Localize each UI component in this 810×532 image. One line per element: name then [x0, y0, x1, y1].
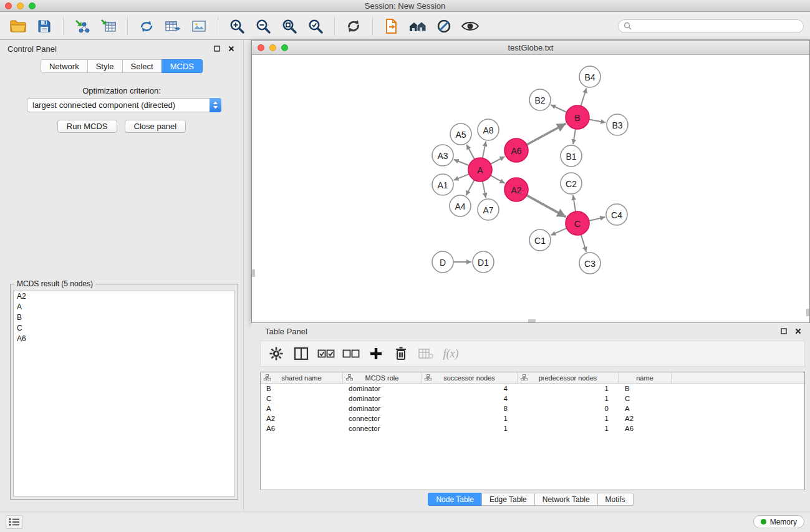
column-header-shared-name[interactable]: shared name [261, 372, 343, 383]
save-session-button[interactable] [32, 15, 56, 37]
column-header-predecessor-nodes[interactable]: predecessor nodes [518, 372, 619, 383]
table-settings-button[interactable] [266, 343, 287, 364]
export-table-button[interactable] [161, 15, 185, 37]
table-row[interactable]: Adominator80A [261, 404, 804, 414]
first-neighbors-button[interactable] [380, 15, 403, 37]
result-item[interactable]: A2 [14, 291, 234, 302]
tab-edge-table[interactable]: Edge Table [481, 493, 535, 506]
network-node[interactable]: B1 [561, 145, 582, 167]
zoom-network-window-icon[interactable] [281, 44, 288, 51]
network-edge[interactable] [573, 195, 576, 211]
network-edge[interactable] [527, 123, 566, 145]
network-node[interactable]: A6 [504, 138, 528, 162]
table-row[interactable]: Bdominator41B [261, 384, 804, 394]
network-node[interactable]: D [432, 251, 453, 273]
network-node[interactable]: A4 [450, 195, 471, 216]
close-panel-icon[interactable] [227, 44, 236, 53]
network-node[interactable]: A7 [478, 199, 499, 220]
search-field[interactable] [618, 19, 804, 33]
network-graph[interactable]: B4B2BB3A5A8A6A3B1AC2A1A2A4A7C4CC1C3DD1 [252, 56, 809, 323]
add-column-button[interactable] [365, 343, 387, 364]
tab-motifs[interactable]: Motifs [597, 493, 634, 506]
home-button[interactable] [406, 15, 430, 37]
deselect-all-button[interactable] [340, 343, 362, 364]
select-all-button[interactable] [316, 343, 337, 364]
minimize-window-icon[interactable] [17, 2, 24, 9]
result-item[interactable]: A [14, 302, 234, 312]
network-edge[interactable] [491, 175, 505, 183]
network-node[interactable]: C2 [561, 173, 582, 194]
import-network-button[interactable] [70, 15, 94, 37]
column-header-mcds-role[interactable]: MCDS role [343, 372, 422, 383]
network-node[interactable]: A5 [450, 123, 471, 145]
network-window-titlebar[interactable]: testGlobe.txt [252, 41, 809, 55]
mcds-result-list[interactable]: A2ABCA6 [13, 291, 235, 496]
task-history-button[interactable] [6, 515, 23, 529]
network-node[interactable]: C1 [529, 230, 551, 251]
zoom-window-icon[interactable] [29, 2, 36, 9]
network-node[interactable]: B3 [607, 114, 628, 135]
network-node[interactable]: C [566, 211, 589, 235]
network-node[interactable]: B2 [529, 89, 551, 110]
scroll-nub-right[interactable] [806, 309, 809, 316]
memory-button[interactable]: Memory [753, 515, 804, 528]
search-input[interactable] [635, 22, 798, 31]
network-node[interactable]: C4 [606, 204, 627, 225]
apply-style-button[interactable] [432, 15, 456, 37]
function-builder-button[interactable]: f(x) [440, 343, 461, 364]
network-edge[interactable] [527, 195, 566, 217]
tab-select[interactable]: Select [122, 59, 162, 73]
network-node[interactable]: A8 [478, 119, 499, 140]
table-row[interactable]: Cdominator41C [261, 394, 804, 404]
delete-table-button[interactable] [415, 343, 436, 364]
delete-column-button[interactable] [390, 343, 412, 364]
network-node[interactable]: B [566, 105, 589, 129]
zoom-in-button[interactable] [225, 15, 249, 37]
network-node[interactable]: B4 [579, 66, 600, 87]
tab-style[interactable]: Style [87, 59, 123, 73]
column-header-name[interactable]: name [619, 372, 672, 383]
network-edge[interactable] [573, 129, 576, 144]
scroll-nub-bottom[interactable] [528, 319, 536, 322]
table-row[interactable]: A6connector11A6 [261, 423, 804, 433]
network-edge[interactable] [551, 105, 567, 112]
column-header-successor-nodes[interactable]: successor nodes [422, 372, 518, 383]
result-item[interactable]: C [14, 323, 234, 334]
table-row[interactable]: A2connector11A2 [261, 414, 804, 423]
network-edge[interactable] [589, 217, 605, 221]
network-edge[interactable] [466, 145, 475, 160]
network-edge[interactable] [491, 157, 505, 164]
zoom-fit-button[interactable] [277, 15, 301, 37]
tab-mcds[interactable]: MCDS [162, 59, 203, 73]
export-image-button[interactable] [187, 15, 211, 37]
close-panel-button[interactable]: Close panel [125, 120, 186, 133]
open-session-button[interactable] [6, 15, 30, 37]
network-edge[interactable] [454, 160, 470, 165]
network-edge[interactable] [551, 228, 566, 235]
network-edge[interactable] [589, 120, 606, 123]
close-network-window-icon[interactable] [258, 44, 264, 51]
network-edge[interactable] [454, 174, 470, 180]
network-node[interactable]: A2 [504, 178, 528, 201]
refresh-view-button[interactable] [342, 15, 365, 37]
show-hide-graphics-button[interactable] [458, 15, 482, 37]
show-columns-button[interactable] [291, 343, 312, 364]
scroll-nub-left[interactable] [252, 269, 255, 277]
network-node[interactable]: A [468, 158, 492, 181]
close-table-panel-icon[interactable] [794, 327, 803, 336]
float-table-panel-icon[interactable] [779, 327, 788, 336]
float-panel-icon[interactable] [213, 44, 221, 53]
criterion-dropdown[interactable]: largest connected component (directed) [27, 98, 221, 112]
tab-node-table[interactable]: Node Table [428, 493, 482, 506]
tab-network[interactable]: Network [41, 59, 88, 73]
export-network-button[interactable] [135, 15, 158, 37]
close-window-icon[interactable] [5, 2, 12, 9]
tab-network-table[interactable]: Network Table [534, 493, 598, 506]
result-item[interactable]: A6 [14, 334, 234, 344]
zoom-selected-button[interactable] [304, 15, 327, 37]
network-node[interactable]: D1 [473, 251, 494, 273]
network-edge[interactable] [581, 88, 587, 106]
network-edge[interactable] [483, 181, 486, 198]
result-item[interactable]: B [14, 312, 234, 323]
import-table-button[interactable] [97, 15, 120, 37]
